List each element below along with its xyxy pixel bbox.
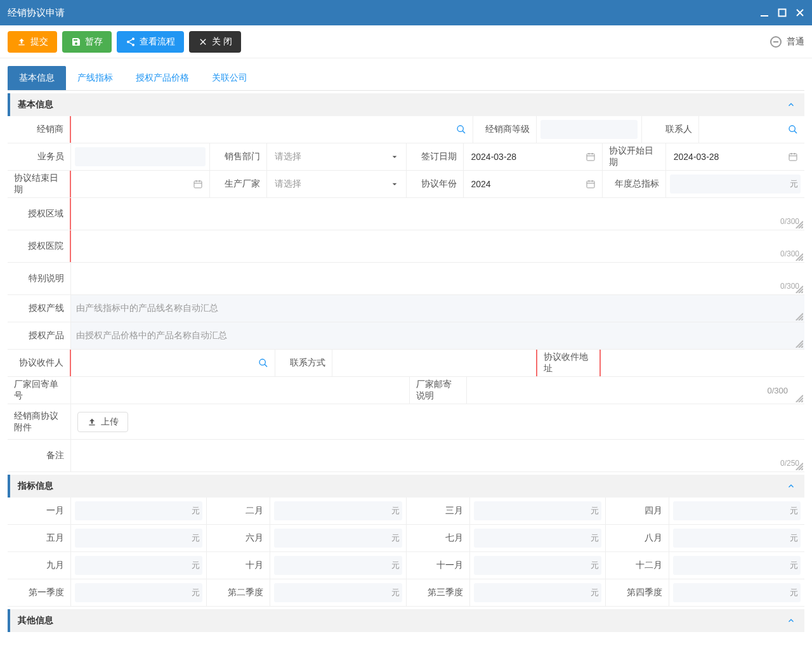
label-month-7: 七月 — [407, 525, 470, 551]
svg-line-41 — [801, 346, 803, 348]
factory-mail-note-textarea[interactable]: 0/300 — [467, 377, 805, 404]
search-icon[interactable] — [258, 358, 268, 368]
label-sales-dept: 销售部门 — [210, 143, 267, 170]
unit-cny: 元 — [790, 587, 798, 598]
label-month-8: 八月 — [606, 525, 669, 551]
sales-dept-select[interactable]: 请选择 — [271, 151, 305, 162]
svg-line-29 — [801, 227, 803, 228]
label-sign-date: 签订日期 — [407, 143, 464, 170]
close-button[interactable]: 关 闭 — [189, 31, 241, 53]
resize-handle-icon[interactable] — [794, 220, 803, 228]
agreement-end-input[interactable] — [75, 175, 206, 194]
contact-method-input[interactable] — [336, 353, 532, 372]
quarter-1-input[interactable]: 元 — [71, 579, 207, 606]
tab-basic[interactable]: 基本信息 — [8, 66, 66, 90]
agreement-addr-input[interactable] — [605, 353, 801, 372]
search-icon[interactable] — [456, 124, 466, 135]
calendar-icon[interactable] — [586, 152, 596, 162]
label-quarter-3: 第三季度 — [407, 579, 470, 606]
collapse-basic-button[interactable] — [785, 99, 797, 110]
unit-cny: 元 — [391, 505, 400, 517]
label-month-6: 六月 — [207, 525, 270, 551]
close-label: 关 闭 — [212, 36, 232, 48]
maximize-button[interactable] — [778, 8, 787, 17]
remark-textarea[interactable]: 0/250 — [71, 440, 804, 471]
svg-line-8 — [462, 131, 465, 133]
submit-button[interactable]: 提交 — [8, 31, 57, 53]
month-7-input[interactable]: 元 — [470, 525, 606, 551]
chevron-up-icon — [787, 482, 796, 491]
label-special-note: 特别说明 — [8, 263, 71, 294]
month-3-input[interactable]: 元 — [470, 498, 606, 524]
agreement-recipient-input[interactable] — [75, 353, 271, 372]
label-month-1: 一月 — [8, 498, 71, 524]
priority-indicator[interactable]: 普通 — [770, 36, 804, 48]
quarter-2-input[interactable]: 元 — [270, 579, 406, 606]
quarter-4-input[interactable]: 元 — [669, 579, 804, 606]
month-11-input[interactable]: 元 — [470, 552, 606, 579]
dropdown-icon[interactable] — [390, 179, 400, 189]
unit-cny: 元 — [192, 560, 200, 571]
sign-date-value[interactable]: 2024-03-28 — [468, 152, 521, 162]
resize-handle-icon — [794, 339, 803, 348]
label-remark: 备注 — [8, 440, 71, 471]
chevron-up-icon — [787, 100, 796, 109]
label-month-4: 四月 — [606, 498, 669, 524]
month-1-input[interactable]: 元 — [71, 498, 207, 524]
month-5-input[interactable]: 元 — [71, 525, 207, 551]
month-2-input[interactable]: 元 — [270, 498, 406, 524]
auth-hospital-textarea[interactable]: 0/300 — [71, 230, 804, 262]
unit-cny: 元 — [591, 532, 599, 544]
label-auth-product: 授权产品 — [8, 322, 71, 349]
label-agreement-year: 协议年份 — [407, 171, 464, 197]
search-icon[interactable] — [788, 124, 798, 135]
resize-handle-icon[interactable] — [794, 461, 803, 470]
month-10-input[interactable]: 元 — [270, 552, 406, 579]
upload-icon — [16, 37, 27, 47]
calendar-icon[interactable] — [788, 152, 798, 162]
month-12-input[interactable]: 元 — [669, 552, 804, 579]
month-8-input[interactable]: 元 — [669, 525, 804, 551]
collapse-other-button[interactable] — [785, 615, 797, 626]
close-window-button[interactable] — [796, 8, 804, 17]
calendar-icon[interactable] — [193, 179, 203, 189]
toolbar: 提交 暂存 查看流程 关 闭 普通 — [0, 25, 812, 58]
svg-point-9 — [789, 126, 795, 131]
save-label: 暂存 — [85, 36, 103, 48]
auth-region-textarea[interactable]: 0/300 — [71, 198, 804, 230]
calendar-icon[interactable] — [586, 179, 596, 189]
tab-product-line[interactable]: 产线指标 — [66, 66, 124, 90]
agreement-year-value[interactable]: 2024 — [468, 179, 495, 189]
factory-return-no-input[interactable] — [75, 381, 405, 400]
view-flow-button[interactable]: 查看流程 — [117, 31, 184, 53]
dropdown-icon[interactable] — [390, 152, 400, 162]
label-distributor: 经销商 — [8, 116, 71, 143]
special-note-textarea[interactable]: 0/300 — [71, 263, 804, 294]
unit-cny: 元 — [391, 560, 400, 571]
resize-handle-icon[interactable] — [794, 284, 803, 293]
minimize-button[interactable] — [760, 8, 769, 17]
agreement-start-value[interactable]: 2024-03-28 — [670, 152, 723, 162]
tab-auth-price[interactable]: 授权产品价格 — [124, 66, 200, 90]
manufacturer-select[interactable]: 请选择 — [271, 178, 305, 190]
unit-cny: 元 — [391, 532, 400, 544]
label-year-target: 年度总指标 — [603, 171, 666, 197]
window-controls — [760, 8, 804, 17]
label-contact-method: 联系方式 — [275, 350, 332, 376]
salesman-field — [75, 147, 206, 166]
tab-related-company[interactable]: 关联公司 — [200, 66, 259, 90]
label-quarter-4: 第四季度 — [606, 579, 669, 606]
resize-handle-icon[interactable] — [794, 252, 803, 261]
label-month-2: 二月 — [207, 498, 270, 524]
svg-line-46 — [801, 400, 803, 402]
upload-button[interactable]: 上传 — [77, 412, 128, 432]
collapse-target-button[interactable] — [785, 480, 797, 492]
month-9-input[interactable]: 元 — [71, 552, 207, 579]
distributor-input[interactable] — [75, 120, 469, 139]
save-draft-button[interactable]: 暂存 — [62, 31, 112, 53]
contact-input[interactable] — [703, 120, 801, 139]
month-6-input[interactable]: 元 — [270, 525, 406, 551]
quarter-3-input[interactable]: 元 — [470, 579, 606, 606]
month-4-input[interactable]: 元 — [669, 498, 804, 524]
resize-handle-icon[interactable] — [794, 393, 803, 402]
